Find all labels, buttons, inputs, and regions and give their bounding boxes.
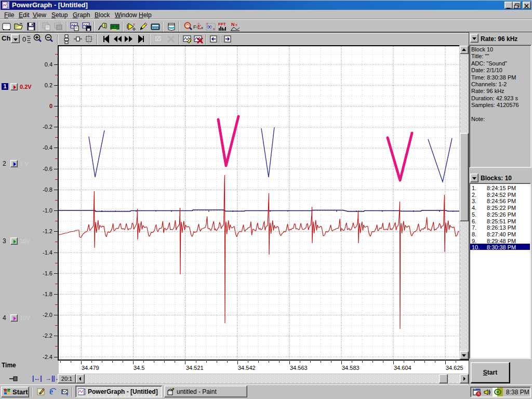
svg-text:30: 30 bbox=[474, 388, 476, 390]
